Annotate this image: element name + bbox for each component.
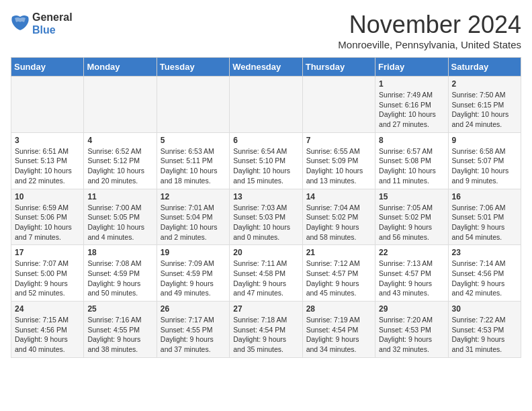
calendar-cell: 17Sunrise: 7:07 AMSunset: 5:00 PMDayligh…	[11, 245, 84, 302]
day-info: Sunrise: 6:57 AMSunset: 5:08 PMDaylight:…	[379, 146, 444, 186]
day-number: 8	[379, 136, 444, 145]
weekday-header-monday: Monday	[84, 58, 157, 77]
day-info: Sunrise: 7:04 AMSunset: 5:02 PMDaylight:…	[306, 203, 371, 242]
day-info: Sunrise: 7:09 AMSunset: 4:59 PMDaylight:…	[161, 259, 226, 298]
location: Monroeville, Pennsylvania, United States	[338, 39, 521, 50]
day-number: 13	[233, 192, 298, 201]
calendar-cell	[302, 77, 375, 133]
calendar-week-4: 17Sunrise: 7:07 AMSunset: 5:00 PMDayligh…	[11, 245, 521, 302]
calendar-cell: 2Sunrise: 7:50 AMSunset: 6:15 PMDaylight…	[448, 77, 521, 133]
day-info: Sunrise: 7:15 AMSunset: 4:56 PMDaylight:…	[15, 315, 80, 355]
weekday-header-saturday: Saturday	[448, 58, 521, 77]
calendar-cell: 19Sunrise: 7:09 AMSunset: 4:59 PMDayligh…	[157, 245, 229, 302]
day-number: 17	[15, 248, 80, 257]
day-info: Sunrise: 7:11 AMSunset: 4:58 PMDaylight:…	[233, 259, 298, 298]
calendar-cell: 8Sunrise: 6:57 AMSunset: 5:08 PMDaylight…	[375, 132, 448, 189]
calendar-cell: 6Sunrise: 6:54 AMSunset: 5:10 PMDaylight…	[230, 132, 302, 189]
calendar-cell	[84, 77, 157, 133]
day-number: 30	[452, 304, 517, 314]
calendar-week-2: 3Sunrise: 6:51 AMSunset: 5:13 PMDaylight…	[11, 132, 521, 189]
day-info: Sunrise: 7:14 AMSunset: 4:56 PMDaylight:…	[452, 259, 517, 298]
day-info: Sunrise: 7:08 AMSunset: 4:59 PMDaylight:…	[87, 259, 152, 298]
calendar-cell: 22Sunrise: 7:13 AMSunset: 4:57 PMDayligh…	[375, 245, 448, 302]
weekday-header-friday: Friday	[375, 58, 448, 77]
calendar-cell: 30Sunrise: 7:22 AMSunset: 4:53 PMDayligh…	[448, 302, 521, 358]
calendar-cell: 23Sunrise: 7:14 AMSunset: 4:56 PMDayligh…	[448, 245, 521, 302]
day-info: Sunrise: 7:49 AMSunset: 6:16 PMDaylight:…	[379, 90, 444, 130]
day-info: Sunrise: 7:05 AMSunset: 5:02 PMDaylight:…	[379, 203, 444, 242]
day-info: Sunrise: 7:50 AMSunset: 6:15 PMDaylight:…	[452, 90, 517, 130]
day-info: Sunrise: 6:55 AMSunset: 5:09 PMDaylight:…	[306, 146, 371, 186]
day-info: Sunrise: 6:51 AMSunset: 5:13 PMDaylight:…	[15, 146, 80, 186]
calendar-cell: 12Sunrise: 7:01 AMSunset: 5:04 PMDayligh…	[157, 189, 229, 245]
calendar-cell: 29Sunrise: 7:20 AMSunset: 4:53 PMDayligh…	[375, 302, 448, 358]
day-number: 18	[87, 248, 152, 257]
day-number: 1	[379, 79, 444, 89]
logo: General Blue	[11, 11, 73, 36]
day-number: 9	[452, 136, 517, 145]
day-number: 26	[161, 304, 226, 314]
day-info: Sunrise: 7:18 AMSunset: 4:54 PMDaylight:…	[233, 315, 298, 355]
day-number: 20	[233, 248, 298, 257]
calendar-cell: 15Sunrise: 7:05 AMSunset: 5:02 PMDayligh…	[375, 189, 448, 245]
day-info: Sunrise: 7:16 AMSunset: 4:55 PMDaylight:…	[87, 315, 152, 355]
calendar-header: SundayMondayTuesdayWednesdayThursdayFrid…	[11, 58, 521, 77]
calendar-cell: 7Sunrise: 6:55 AMSunset: 5:09 PMDaylight…	[302, 132, 375, 189]
calendar-week-5: 24Sunrise: 7:15 AMSunset: 4:56 PMDayligh…	[11, 302, 521, 358]
logo-icon	[11, 14, 30, 33]
day-number: 14	[306, 192, 371, 201]
day-number: 29	[379, 304, 444, 314]
calendar-body: 1Sunrise: 7:49 AMSunset: 6:16 PMDaylight…	[11, 77, 521, 358]
calendar-cell: 28Sunrise: 7:19 AMSunset: 4:54 PMDayligh…	[302, 302, 375, 358]
page-header: General Blue November 2024 Monroeville, …	[11, 11, 521, 50]
logo-text: General Blue	[32, 11, 73, 36]
calendar-week-3: 10Sunrise: 6:59 AMSunset: 5:06 PMDayligh…	[11, 189, 521, 245]
calendar-cell: 5Sunrise: 6:53 AMSunset: 5:11 PMDaylight…	[157, 132, 229, 189]
day-number: 2	[452, 79, 517, 89]
calendar-cell: 24Sunrise: 7:15 AMSunset: 4:56 PMDayligh…	[11, 302, 84, 358]
calendar-cell	[11, 77, 84, 133]
calendar-cell: 11Sunrise: 7:00 AMSunset: 5:05 PMDayligh…	[84, 189, 157, 245]
calendar-cell: 14Sunrise: 7:04 AMSunset: 5:02 PMDayligh…	[302, 189, 375, 245]
calendar-cell: 3Sunrise: 6:51 AMSunset: 5:13 PMDaylight…	[11, 132, 84, 189]
day-number: 28	[306, 304, 371, 314]
weekday-header-thursday: Thursday	[302, 58, 375, 77]
calendar-cell: 10Sunrise: 6:59 AMSunset: 5:06 PMDayligh…	[11, 189, 84, 245]
day-number: 3	[15, 136, 80, 145]
calendar-cell	[157, 77, 229, 133]
weekday-row: SundayMondayTuesdayWednesdayThursdayFrid…	[11, 58, 521, 77]
calendar-cell: 16Sunrise: 7:06 AMSunset: 5:01 PMDayligh…	[448, 189, 521, 245]
day-info: Sunrise: 7:20 AMSunset: 4:53 PMDaylight:…	[379, 315, 444, 355]
day-number: 23	[452, 248, 517, 257]
day-number: 6	[233, 136, 298, 145]
day-info: Sunrise: 6:54 AMSunset: 5:10 PMDaylight:…	[233, 146, 298, 186]
calendar-cell: 21Sunrise: 7:12 AMSunset: 4:57 PMDayligh…	[302, 245, 375, 302]
day-number: 15	[379, 192, 444, 201]
day-info: Sunrise: 7:22 AMSunset: 4:53 PMDaylight:…	[452, 315, 517, 355]
day-number: 21	[306, 248, 371, 257]
day-number: 22	[379, 248, 444, 257]
calendar-cell: 13Sunrise: 7:03 AMSunset: 5:03 PMDayligh…	[230, 189, 302, 245]
day-number: 25	[87, 304, 152, 314]
month-title: November 2024	[338, 11, 521, 39]
calendar-cell: 9Sunrise: 6:58 AMSunset: 5:07 PMDaylight…	[448, 132, 521, 189]
day-info: Sunrise: 6:53 AMSunset: 5:11 PMDaylight:…	[161, 146, 226, 186]
day-info: Sunrise: 7:01 AMSunset: 5:04 PMDaylight:…	[161, 203, 226, 242]
day-info: Sunrise: 7:13 AMSunset: 4:57 PMDaylight:…	[379, 259, 444, 298]
day-info: Sunrise: 7:17 AMSunset: 4:55 PMDaylight:…	[161, 315, 226, 355]
day-info: Sunrise: 6:58 AMSunset: 5:07 PMDaylight:…	[452, 146, 517, 186]
calendar-cell: 20Sunrise: 7:11 AMSunset: 4:58 PMDayligh…	[230, 245, 302, 302]
day-number: 16	[452, 192, 517, 201]
calendar-cell: 1Sunrise: 7:49 AMSunset: 6:16 PMDaylight…	[375, 77, 448, 133]
calendar-week-1: 1Sunrise: 7:49 AMSunset: 6:16 PMDaylight…	[11, 77, 521, 133]
day-number: 10	[15, 192, 80, 201]
calendar-cell: 4Sunrise: 6:52 AMSunset: 5:12 PMDaylight…	[84, 132, 157, 189]
day-number: 4	[87, 136, 152, 145]
day-number: 19	[161, 248, 226, 257]
day-info: Sunrise: 7:00 AMSunset: 5:05 PMDaylight:…	[87, 203, 152, 242]
day-info: Sunrise: 7:12 AMSunset: 4:57 PMDaylight:…	[306, 259, 371, 298]
weekday-header-wednesday: Wednesday	[230, 58, 302, 77]
calendar-table: SundayMondayTuesdayWednesdayThursdayFrid…	[11, 57, 521, 358]
day-number: 27	[233, 304, 298, 314]
day-number: 12	[161, 192, 226, 201]
